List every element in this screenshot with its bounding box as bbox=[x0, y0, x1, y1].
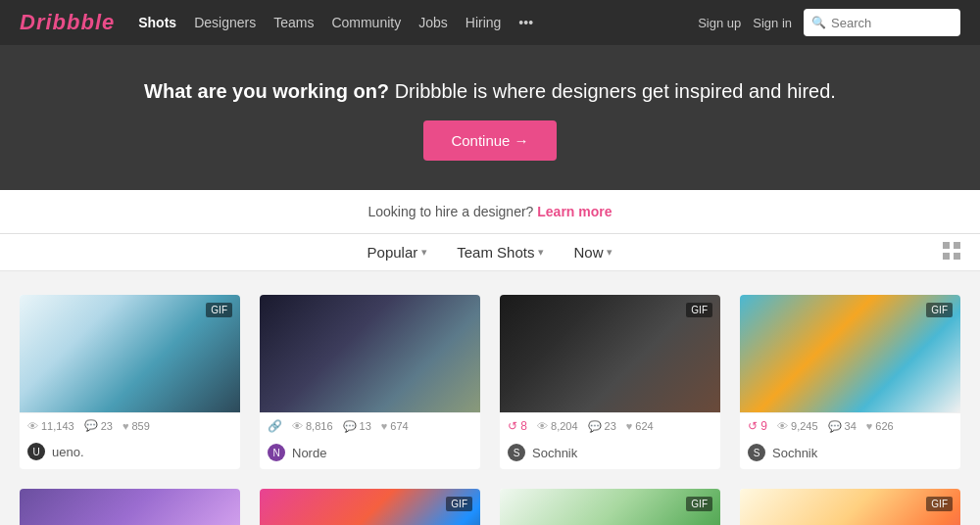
shot-author[interactable]: S Sochnik bbox=[500, 439, 720, 469]
eye-icon: 👁 bbox=[292, 420, 303, 432]
shot-card[interactable]: GIF ↺ 9 👁 9,245 💬 34 ♥ 626 S Sochnik bbox=[740, 295, 960, 469]
hero-text-normal: Dribbble is where designers get inspired… bbox=[389, 80, 836, 102]
signin-button[interactable]: Sign in bbox=[753, 16, 792, 30]
gif-badge: GIF bbox=[926, 303, 953, 317]
shot-author[interactable]: S Sochnik bbox=[740, 439, 960, 469]
shot-thumbnail bbox=[20, 489, 240, 525]
shot-thumbnail: GIF bbox=[500, 295, 720, 412]
hire-banner: Looking to hire a designer? Learn more bbox=[0, 190, 980, 234]
shot-card[interactable]: GIF 👁 11,143 💬 23 ♥ 859 U ueno. bbox=[20, 295, 240, 469]
avatar: S bbox=[508, 444, 525, 461]
comment-icon: 💬 bbox=[343, 420, 357, 433]
continue-button[interactable]: Continue → bbox=[423, 120, 556, 161]
gif-badge: GIF bbox=[926, 497, 953, 511]
nav-shots[interactable]: Shots bbox=[138, 15, 176, 30]
like-count: ♥ 624 bbox=[626, 420, 654, 432]
shot-thumbnail bbox=[260, 295, 480, 412]
view-count: 👁 8,204 bbox=[537, 420, 578, 432]
shot-thumbnail: GIF bbox=[740, 295, 960, 412]
filter-bar: Popular ▾ Team Shots ▾ Now ▾ bbox=[0, 234, 980, 271]
shot-card[interactable]: GIF 👁 6,120 💬 21 ♥ 480 S Studio bbox=[260, 489, 480, 525]
author-name: Sochnik bbox=[772, 446, 817, 460]
shot-card[interactable]: GIF 👁 4,650 💬 11 ♥ 398 A Artplay bbox=[740, 489, 960, 525]
gif-badge: GIF bbox=[446, 497, 472, 511]
gif-badge: GIF bbox=[686, 303, 712, 317]
nav-jobs[interactable]: Jobs bbox=[418, 15, 448, 30]
svg-rect-3 bbox=[954, 253, 960, 260]
shot-card[interactable]: GIF 👁 5,890 💬 15 ♥ 445 K Kreativ bbox=[500, 489, 720, 525]
shot-stats: ↺ 8 👁 8,204 💬 23 ♥ 624 bbox=[500, 412, 720, 439]
author-name: ueno. bbox=[52, 445, 84, 459]
shot-card[interactable]: 🔗 👁 8,816 💬 13 ♥ 674 N Norde bbox=[260, 295, 480, 469]
nav-teams[interactable]: Teams bbox=[273, 15, 314, 30]
heart-icon: ♥ bbox=[122, 420, 129, 432]
author-name: Sochnik bbox=[532, 446, 577, 460]
dribbble-logo[interactable]: Dribbble bbox=[20, 10, 115, 35]
navbar-actions: Sign up Sign in 🔍 bbox=[698, 9, 960, 36]
shots-grid: GIF 👁 11,143 💬 23 ♥ 859 U ueno. bbox=[0, 271, 980, 525]
rebound-icon: ↺ 8 bbox=[508, 419, 527, 433]
avatar: U bbox=[27, 443, 45, 460]
eye-icon: 👁 bbox=[27, 420, 38, 432]
learn-more-link[interactable]: Learn more bbox=[537, 204, 612, 219]
shot-thumbnail: GIF bbox=[740, 489, 960, 525]
chevron-down-icon: ▾ bbox=[538, 246, 544, 259]
filter-team-shots[interactable]: Team Shots ▾ bbox=[457, 244, 544, 261]
view-count: 👁 11,143 bbox=[27, 420, 74, 432]
svg-rect-1 bbox=[954, 242, 960, 249]
comment-count: 💬 34 bbox=[828, 420, 857, 433]
nav-community[interactable]: Community bbox=[331, 15, 401, 30]
author-name: Norde bbox=[292, 446, 326, 460]
grid-view-icon[interactable] bbox=[943, 242, 960, 263]
link-icon: 🔗 bbox=[268, 419, 282, 433]
gif-badge: GIF bbox=[206, 303, 232, 317]
shot-card[interactable]: GIF ↺ 8 👁 8,204 💬 23 ♥ 624 S Sochnik bbox=[500, 295, 720, 469]
nav-designers[interactable]: Designers bbox=[194, 15, 256, 30]
shot-stats: 🔗 👁 8,816 💬 13 ♥ 674 bbox=[260, 412, 480, 439]
avatar: N bbox=[268, 444, 285, 461]
gif-badge: GIF bbox=[686, 497, 712, 511]
shot-thumbnail: GIF bbox=[20, 295, 240, 412]
chevron-down-icon: ▾ bbox=[607, 246, 612, 259]
hero-text-bold: What are you working on? bbox=[144, 80, 389, 102]
filter-popular[interactable]: Popular ▾ bbox=[368, 244, 428, 261]
shot-stats: ↺ 9 👁 9,245 💬 34 ♥ 626 bbox=[740, 412, 960, 439]
heart-icon: ♥ bbox=[381, 420, 388, 432]
rebound-icon: ↺ 9 bbox=[748, 419, 767, 433]
comment-icon: 💬 bbox=[84, 419, 98, 432]
shot-author[interactable]: U ueno. bbox=[20, 438, 240, 468]
hire-text: Looking to hire a designer? bbox=[368, 204, 533, 219]
hero-section: What are you working on? Dribbble is whe… bbox=[0, 45, 980, 190]
comment-count: 💬 23 bbox=[84, 419, 113, 432]
nav-more[interactable]: ••• bbox=[518, 15, 533, 30]
shot-stats: 👁 11,143 💬 23 ♥ 859 bbox=[20, 412, 240, 438]
navbar: Dribbble Shots Designers Teams Community… bbox=[0, 0, 980, 45]
avatar: S bbox=[748, 444, 765, 461]
shot-card[interactable]: 👁 7,432 💬 18 ♥ 512 I Intouchables bbox=[20, 489, 240, 525]
shot-thumbnail: GIF bbox=[260, 489, 480, 525]
like-count: ♥ 674 bbox=[381, 420, 409, 432]
view-count: 👁 9,245 bbox=[777, 420, 818, 432]
signup-button[interactable]: Sign up bbox=[698, 16, 741, 30]
shot-author[interactable]: N Norde bbox=[260, 439, 480, 469]
filter-now[interactable]: Now ▾ bbox=[573, 244, 612, 261]
view-count: 👁 8,816 bbox=[292, 420, 333, 432]
heart-icon: ♥ bbox=[866, 420, 873, 432]
like-count: ♥ 859 bbox=[122, 420, 150, 432]
eye-icon: 👁 bbox=[777, 420, 788, 432]
svg-rect-2 bbox=[943, 253, 950, 260]
search-icon: 🔍 bbox=[811, 16, 826, 29]
search-wrapper: 🔍 bbox=[804, 9, 960, 36]
shot-thumbnail: GIF bbox=[500, 489, 720, 525]
comment-count: 💬 23 bbox=[588, 420, 616, 433]
comment-icon: 💬 bbox=[828, 420, 842, 433]
svg-rect-0 bbox=[943, 242, 950, 249]
comment-count: 💬 13 bbox=[343, 420, 371, 433]
chevron-down-icon: ▾ bbox=[421, 246, 427, 259]
hero-text: What are you working on? Dribbble is whe… bbox=[20, 80, 960, 103]
search-input[interactable] bbox=[804, 9, 960, 36]
eye-icon: 👁 bbox=[537, 420, 548, 432]
heart-icon: ♥ bbox=[626, 420, 633, 432]
nav-hiring[interactable]: Hiring bbox=[466, 15, 502, 30]
comment-icon: 💬 bbox=[588, 420, 602, 433]
